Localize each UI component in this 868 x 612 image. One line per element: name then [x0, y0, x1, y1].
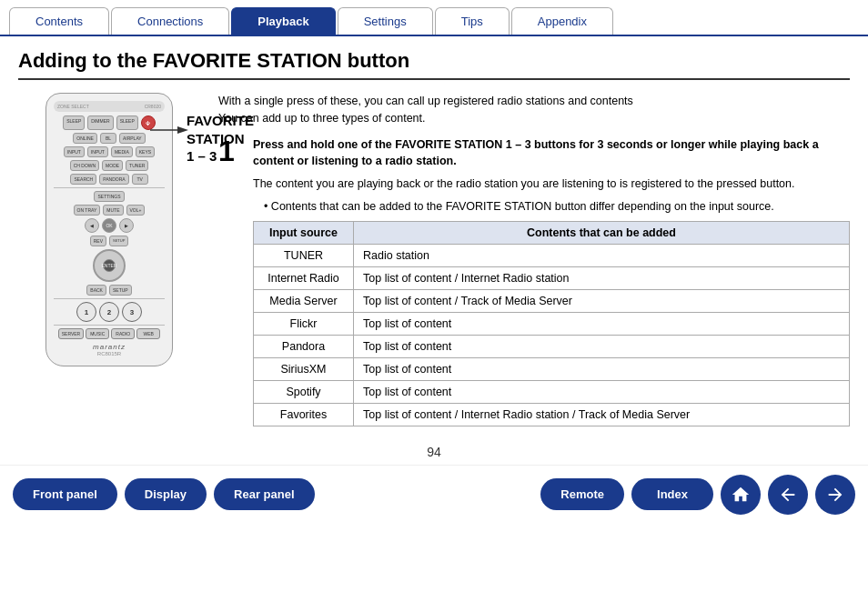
bottom-navigation: Front panel Display Rear panel Remote In…	[0, 465, 868, 524]
remote-btn-keys: KEYS	[136, 146, 155, 157]
back-arrow-icon	[778, 485, 798, 505]
fav-arrow-line	[150, 125, 188, 135]
remote-btn-mute: MUTE	[103, 205, 123, 216]
table-cell-source: Spotify	[254, 380, 354, 403]
remote-brand-small: ZONE SELECT	[57, 104, 89, 109]
table-row: FavoritesTop list of content / Internet …	[254, 403, 850, 426]
right-content: With a single press of these, you can ca…	[218, 93, 850, 436]
remote-button[interactable]: Remote	[540, 478, 624, 510]
table-row: PandoraTop list of content	[254, 335, 850, 357]
intro-line1: With a single press of these, you can ca…	[218, 93, 850, 110]
table-cell-source: Internet Radio	[254, 266, 354, 289]
page-number: 94	[0, 443, 868, 461]
table-cell-source: Flickr	[254, 312, 354, 335]
remote-nav-enter: ENTER	[103, 259, 116, 272]
btn-row-1: SLEEP DIMMER SLEEP ⏻	[54, 115, 165, 130]
remote-btn-tuner: TUNER	[126, 160, 148, 171]
fav-station-label: FAVORITE STATION 1 – 3	[187, 112, 254, 166]
rear-panel-button[interactable]: Rear panel	[214, 478, 314, 510]
fav-btn-2[interactable]: 2	[99, 302, 119, 322]
remote-btn-setup2: SETUP	[109, 236, 128, 246]
index-button[interactable]: Index	[631, 478, 713, 510]
remote-nav-circle: ENTER	[93, 249, 126, 282]
remote-btn-ok: OK	[102, 218, 116, 233]
remote-model-small: CR8020	[145, 104, 161, 109]
btn-row-5: SEARCH PANDORA TV	[54, 174, 165, 185]
col-header-input-source: Input source	[254, 221, 354, 244]
table-cell-source: Media Server	[254, 289, 354, 312]
remote-btn-ch-down: CH DOWN	[70, 160, 99, 171]
btn-row-3: INPUT INPUT MEDIA KEYS	[54, 146, 165, 157]
tab-contents[interactable]: Contents	[9, 7, 109, 35]
step-number: 1	[218, 136, 244, 426]
remote-btn-input2: INPUT	[87, 146, 108, 157]
col-header-contents: Contents that can be added	[354, 221, 850, 244]
btn-row-2: ONLINE BL AIRPLAY	[54, 133, 165, 144]
remote-btn-music: MUSIC	[86, 328, 109, 339]
intro-line2: You can add up to three types of content…	[218, 110, 850, 127]
tab-connections[interactable]: Connections	[111, 7, 229, 35]
remote-btn-sleep2: SLEEP	[116, 115, 138, 130]
btn-row-nav: ◀ OK ▶	[54, 218, 165, 233]
remote-btn-search: SEARCH	[70, 174, 96, 185]
source-row: SERVER MUSIC RADIO WEB	[54, 328, 165, 339]
step-content: Press and hold one of the FAVORITE STATI…	[253, 136, 850, 426]
tab-settings[interactable]: Settings	[338, 7, 433, 35]
tab-playback[interactable]: Playback	[231, 7, 335, 35]
fav-btn-3[interactable]: 3	[122, 302, 142, 322]
tab-appendix[interactable]: Appendix	[511, 7, 613, 35]
remote-btn-web: WEB	[136, 328, 160, 339]
table-row: FlickrTop list of content	[254, 312, 850, 335]
remote-btn-settings: SETTINGS	[94, 191, 124, 202]
content-table: Input source Contents that can be added …	[253, 221, 850, 426]
content-area: ZONE SELECT CR8020 SLEEP DIMMER SLEEP ⏻ …	[18, 93, 850, 436]
front-panel-button[interactable]: Front panel	[13, 478, 117, 510]
table-row: SiriusXMTop list of content	[254, 357, 850, 380]
table-cell-source: SiriusXM	[254, 357, 354, 380]
step-detail1: The content you are playing back or the …	[253, 176, 850, 193]
remote-btn-dimmer: DIMMER	[87, 115, 113, 130]
page-title: Adding to the FAVORITE STATION button	[18, 49, 850, 80]
remote-btn-setup3: SETUP	[109, 285, 132, 296]
remote-btn-on-tray: ON TRAY	[74, 205, 101, 216]
btn-row-7: BACK SETUP	[54, 285, 165, 296]
table-cell-content: Radio station	[354, 244, 850, 266]
remote-btn-server: SERVER	[58, 328, 84, 339]
remote-btn-radio: RADIO	[111, 328, 135, 339]
home-button[interactable]	[721, 475, 761, 515]
display-button[interactable]: Display	[125, 478, 207, 510]
table-cell-content: Top list of content	[354, 380, 850, 403]
main-content: Adding to the FAVORITE STATION button ZO…	[0, 36, 868, 443]
remote-btn-arrow-r: ▶	[119, 218, 134, 233]
table-cell-source: Favorites	[254, 403, 354, 426]
home-icon	[731, 485, 751, 505]
table-cell-content: Top list of content / Internet Radio sta…	[354, 403, 850, 426]
btn-row-6: SETTINGS	[54, 191, 165, 202]
fav-btn-1[interactable]: 1	[76, 302, 96, 322]
remote-btn-pandora: PANDORA	[99, 174, 128, 185]
remote-btn-rev: REV	[90, 236, 106, 246]
table-cell-content: Top list of content / Internet Radio sta…	[354, 266, 850, 289]
remote-btn-input1: INPUT	[64, 146, 85, 157]
table-cell-content: Top list of content	[354, 357, 850, 380]
tab-tips[interactable]: Tips	[435, 7, 510, 35]
forward-button[interactable]	[815, 475, 855, 515]
remote-logo: marantz	[54, 343, 165, 351]
table-cell-content: Top list of content	[354, 335, 850, 357]
table-cell-source: TUNER	[254, 244, 354, 266]
remote-nav-circle-wrap: ENTER	[54, 249, 165, 282]
step-bullet: Contents that can be added to the FAVORI…	[253, 198, 850, 216]
remote-top-bar: ZONE SELECT CR8020	[54, 101, 165, 112]
remote-btn-media: MEDIA	[111, 146, 133, 157]
btn-row-4: CH DOWN MODE TUNER	[54, 160, 165, 171]
back-button[interactable]	[768, 475, 808, 515]
table-cell-content: Top list of content	[354, 312, 850, 335]
remote-btn-bi: BL	[100, 133, 116, 144]
btn-row-vol: ON TRAY MUTE VOL+	[54, 205, 165, 216]
table-header-row: Input source Contents that can be added	[254, 221, 850, 244]
remote-btn-mode: MODE	[102, 160, 123, 171]
remote-btn-vol-up: VOL+	[126, 205, 146, 216]
remote-btn-sleep: SLEEP	[63, 115, 85, 130]
step-bold-text: Press and hold one of the FAVORITE STATI…	[253, 136, 850, 171]
btn-row-rev: REV SETUP	[54, 236, 165, 246]
